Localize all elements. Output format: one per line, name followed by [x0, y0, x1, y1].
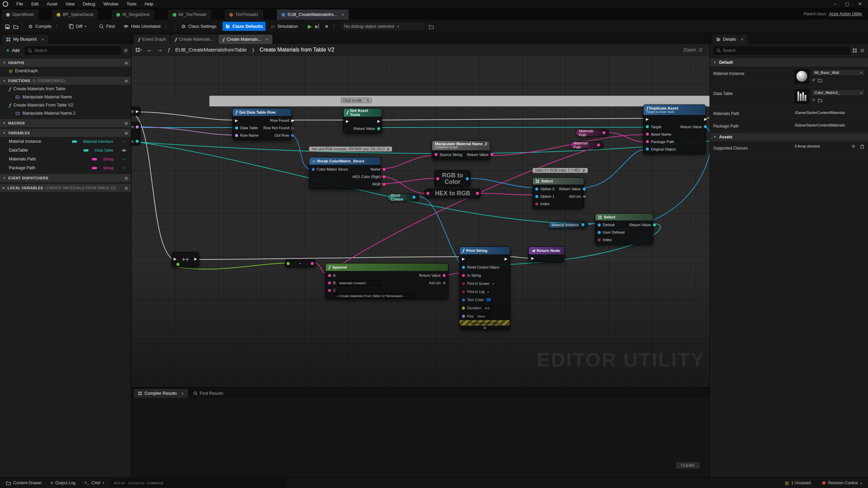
output-log-button[interactable]: ≡Output Log: [48, 479, 78, 487]
out-row-pin[interactable]: [291, 134, 294, 137]
add-function-icon[interactable]: ⊕: [124, 78, 128, 83]
original-object-pin[interactable]: [646, 148, 649, 151]
node-break-colormatrix-struct[interactable]: ◇Break ColorMatrix_Struct Color Matrix S…: [309, 157, 381, 189]
browse-debug-icon[interactable]: [429, 23, 434, 29]
add-pin-button[interactable]: Add pin⊕: [417, 279, 448, 287]
node-select-1[interactable]: Select Option 0 Option 1 Index Return Va…: [533, 177, 584, 209]
checkbox-checked[interactable]: ✓: [486, 290, 490, 294]
material-thumbnail[interactable]: [795, 69, 809, 83]
option1-pin[interactable]: [535, 195, 538, 198]
index-pin[interactable]: [535, 202, 538, 206]
hex-color-pin[interactable]: [383, 175, 386, 178]
asset-name-pin[interactable]: [646, 133, 649, 136]
blueprint-search-input[interactable]: [34, 48, 118, 53]
use-selected-icon[interactable]: ↺: [812, 98, 815, 102]
add-macro-icon[interactable]: ⊕: [124, 121, 128, 126]
node-select-2[interactable]: Select Default User Defined Index Return…: [595, 213, 653, 245]
duration-pin[interactable]: [462, 307, 465, 310]
return-value-pin[interactable]: [377, 127, 380, 130]
color-swatch[interactable]: [486, 298, 491, 302]
checkbox-checked[interactable]: ✓: [491, 282, 495, 286]
add-pin-button[interactable]: Add pin⊕: [557, 193, 588, 200]
asset-tab-tirethread1[interactable]: TireThread1: [225, 9, 263, 20]
c-pin[interactable]: [328, 289, 331, 292]
data-table-dropdown[interactable]: Color_Matrix3_▾: [812, 89, 865, 96]
return-value-pin[interactable]: [653, 223, 656, 227]
exec-out-pin[interactable]: ▶: [291, 119, 294, 122]
name-pin[interactable]: [136, 125, 139, 129]
option0-pin[interactable]: [535, 188, 538, 191]
tab-find-results[interactable]: Find Results: [189, 389, 227, 398]
menu-tools[interactable]: Tools: [123, 1, 140, 7]
add-variable-icon[interactable]: ⊕: [124, 131, 128, 136]
graph-item-eventgraph[interactable]: ▤EventGraph: [0, 67, 131, 75]
clipped-node-fragment[interactable]: dy▶: [131, 106, 141, 116]
object-pin[interactable]: [136, 140, 139, 143]
material-instance-dropdown[interactable]: MI_Basic_Wall▾: [812, 69, 865, 76]
struct-in-pin[interactable]: [312, 168, 315, 171]
row-name-pin[interactable]: [235, 134, 238, 137]
menu-window[interactable]: Window: [100, 1, 122, 7]
eye-icon[interactable]: [120, 148, 128, 152]
node-return[interactable]: ◀Return Node ▶: [528, 247, 564, 262]
user-defined-pin[interactable]: [598, 231, 601, 234]
parent-class-link[interactable]: Actor Action Utility: [829, 12, 862, 16]
section-assets[interactable]: ▼Assets: [710, 133, 868, 141]
clear-array-icon[interactable]: [860, 144, 865, 149]
unreal-logo-icon[interactable]: [3, 1, 8, 7]
console-input[interactable]: [114, 481, 283, 485]
browse-to-asset-icon[interactable]: [818, 98, 822, 102]
comment-hex-rgb[interactable]: Hex and RGB example: #EF9600 and 239,150…: [309, 147, 392, 152]
rgb-pin[interactable]: [383, 183, 386, 186]
exec-in-pin[interactable]: ▶: [462, 257, 465, 261]
close-icon[interactable]: ✕: [858, 1, 862, 6]
console-input-box[interactable]: [110, 479, 287, 487]
section-default[interactable]: ▼Default: [710, 58, 868, 66]
node-get-data-table-row[interactable]: ƒGet Data Table Row ▶ Data Table Row Nam…: [232, 108, 292, 140]
return-value-pin[interactable]: [704, 125, 707, 128]
in-pin[interactable]: [287, 262, 290, 265]
back-icon[interactable]: ←: [147, 46, 152, 53]
menu-debug[interactable]: Debug: [79, 1, 99, 7]
add-array-element-icon[interactable]: ⊕: [852, 144, 855, 149]
blueprint-searchbox[interactable]: [25, 46, 121, 55]
comment-title-input[interactable]: [343, 98, 364, 102]
section-local-variables[interactable]: ▶LOCAL VARIABLES(CREATE MATERIALS FROM T…: [0, 184, 131, 192]
close-icon[interactable]: ×: [181, 391, 184, 396]
asset-tab-m-sergiodeal[interactable]: M_SergioDeal: [112, 9, 154, 20]
node-append[interactable]: ƒAppend A B C Return Value Add pin⊕: [325, 263, 448, 299]
tab-event-graph[interactable]: ƒEvent Graph: [134, 35, 170, 44]
find-button[interactable]: Find: [96, 22, 117, 31]
close-icon[interactable]: ×: [41, 37, 44, 42]
revision-control-button[interactable]: Revision Control▴: [819, 479, 865, 487]
node-materials-path-get[interactable]: Materials Path: [576, 129, 609, 136]
in-pin[interactable]: [426, 192, 429, 195]
return-value-pin[interactable]: [490, 153, 494, 156]
node-duplicate-asset[interactable]: ƒ Duplicate AssetTarget is Asset Tools ▶…: [643, 104, 706, 154]
maximize-icon[interactable]: ▢: [845, 1, 849, 6]
clipped-node-fragment[interactable]: nt es: [131, 122, 141, 146]
exec-in-pin[interactable]: ▶: [174, 257, 176, 261]
out-pin[interactable]: [311, 262, 314, 265]
in-string-pin[interactable]: [462, 274, 465, 277]
asset-tab-openworld[interactable]: OpenWorld: [1, 9, 38, 20]
source-string-pin[interactable]: [435, 153, 438, 156]
section-macros[interactable]: ▼MACROS⊕: [0, 119, 131, 127]
tab-create-materials[interactable]: ƒCreate Materials...: [171, 35, 218, 44]
out-pin[interactable]: [466, 177, 469, 180]
forward-icon[interactable]: →: [157, 46, 163, 53]
add-button[interactable]: ＋Add: [3, 46, 22, 55]
add-graph-icon[interactable]: ⊕: [124, 60, 128, 65]
details-settings-icon[interactable]: [860, 48, 865, 53]
world-context-object-pin[interactable]: [462, 266, 465, 269]
diff-button[interactable]: Diff▾: [66, 22, 89, 31]
close-icon[interactable]: ×: [342, 12, 344, 17]
details-search-input[interactable]: [723, 48, 847, 53]
function-item-1[interactable]: ƒCreate Materials from Table: [0, 85, 131, 93]
function-child-1[interactable]: Manipulate Material Name: [0, 93, 131, 101]
save-icon[interactable]: [5, 23, 10, 29]
exec-out-pin[interactable]: ▶: [704, 117, 707, 121]
clear-button[interactable]: CLEAR: [675, 462, 700, 469]
out-pin[interactable]: [412, 196, 416, 199]
debug-object-dropdown[interactable]: No debug object selected▾: [341, 22, 425, 31]
